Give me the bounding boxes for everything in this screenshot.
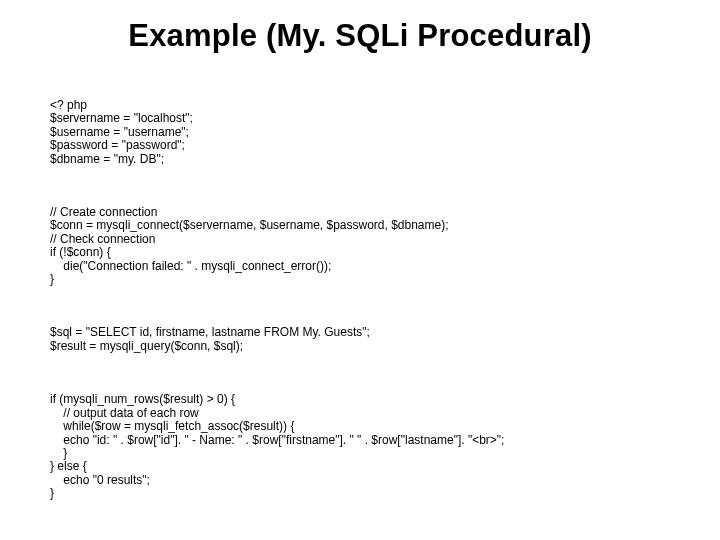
- code-block-connection: // Create connection $conn = mysqli_conn…: [50, 206, 670, 287]
- code-block-query: $sql = "SELECT id, firstname, lastname F…: [50, 326, 670, 353]
- slide-title: Example (My. SQLi Procedural): [50, 18, 670, 54]
- code-block-output: if (mysqli_num_rows($result) > 0) { // o…: [50, 393, 670, 501]
- code-block-setup: <? php $servername = "localhost"; $usern…: [50, 99, 670, 166]
- code-example: <? php $servername = "localhost"; $usern…: [50, 72, 670, 540]
